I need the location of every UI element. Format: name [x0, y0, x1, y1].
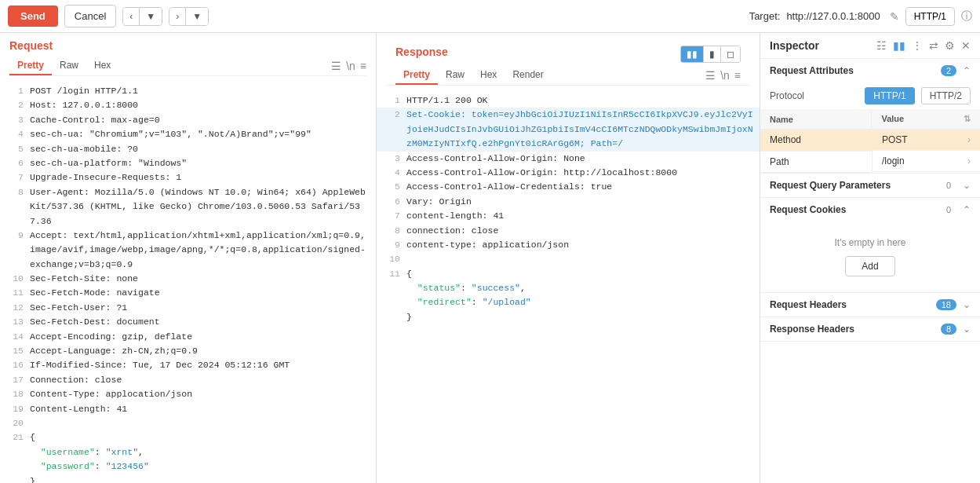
- request-headers-header[interactable]: Request Headers 18 ⌄: [760, 293, 980, 317]
- request-attributes-section: Request Attributes 2 ⌃ Protocol HTTP/1 H…: [760, 59, 980, 174]
- newline-icon[interactable]: \n: [346, 60, 355, 72]
- view-split-button[interactable]: ▮▮: [681, 46, 703, 62]
- inspector-close-icon[interactable]: ✕: [961, 39, 971, 52]
- inspector-grid-icon[interactable]: ☷: [876, 39, 887, 52]
- request-query-header[interactable]: Request Query Parameters 0 ⌄: [760, 174, 980, 197]
- tab-response-render[interactable]: Render: [505, 66, 551, 85]
- tab-request-pretty[interactable]: Pretty: [9, 57, 52, 75]
- inspector-header: Inspector ☷ ▮▮ ⋮ ⇄ ⚙ ✕: [760, 33, 980, 59]
- target-url: http://127.0.0.1:8000: [786, 10, 880, 22]
- code-line: "status": "success",: [377, 281, 760, 295]
- code-line: 5Access-Control-Allow-Credentials: true: [377, 180, 760, 194]
- request-title: Request: [9, 39, 366, 52]
- value-column-header: Value ⇅: [872, 109, 980, 130]
- target-label: Target:: [749, 10, 781, 22]
- code-line: "redirect": "/upload": [377, 295, 760, 309]
- method-row: Method POST ›: [760, 130, 980, 152]
- request-cookies-section: Request Cookies 0 ⌃ It's empty in here A…: [760, 198, 980, 293]
- body-icon[interactable]: ☰: [705, 69, 716, 82]
- code-line: 2Host: 127.0.0.1:8000: [0, 98, 376, 112]
- path-name-cell: Path: [760, 151, 872, 172]
- code-line: 4sec-ch-ua: "Chromium";v="103", ".Not/A)…: [0, 127, 376, 141]
- cancel-button[interactable]: Cancel: [64, 5, 116, 27]
- tab-response-hex[interactable]: Hex: [472, 66, 505, 85]
- code-line: 6sec-ch-ua-platform: "Windows": [0, 156, 376, 170]
- code-line: 1HTTP/1.1 200 OK: [377, 93, 760, 108]
- tab-response-pretty[interactable]: Pretty: [395, 66, 438, 85]
- nav-back-button[interactable]: ‹: [123, 8, 139, 25]
- response-headers-chevron: ⌄: [963, 324, 971, 335]
- response-tabs: Pretty Raw Hex Render ☰ \n ≡: [386, 66, 750, 86]
- inspector-title: Inspector: [770, 39, 876, 52]
- response-title: Response: [395, 46, 448, 58]
- code-line: 15Accept-Language: zh-CN,zh;q=0.9: [0, 344, 376, 358]
- http-version-button[interactable]: HTTP/1: [905, 7, 955, 26]
- code-line: 7content-length: 41: [377, 209, 760, 223]
- inspector-align-icon[interactable]: ⋮: [912, 39, 923, 52]
- edit-target-icon[interactable]: ✎: [890, 10, 899, 23]
- request-panel-header: Request Pretty Raw Hex ☰ \n ≡: [0, 33, 376, 79]
- request-tab-icons: ☰ \n ≡: [331, 60, 366, 72]
- code-line: 1POST /login HTTP/1.1: [0, 84, 376, 98]
- response-panel: Response ▮▮ ▮ ◻ Pretty Raw Hex Render ☰ …: [377, 33, 760, 483]
- view-single-button[interactable]: ▮: [703, 46, 720, 62]
- view-full-button[interactable]: ◻: [720, 46, 740, 62]
- request-code-area: 1POST /login HTTP/1.1 2Host: 127.0.0.1:8…: [0, 79, 376, 483]
- body-icon[interactable]: ☰: [331, 60, 341, 72]
- code-line: 3Access-Control-Allow-Origin: None: [377, 152, 760, 166]
- cookies-empty-text: It's empty in here: [770, 237, 971, 248]
- response-tab-icons: ☰ \n ≡: [705, 69, 741, 82]
- nav-back-dropdown[interactable]: ▼: [139, 8, 162, 25]
- request-attributes-header[interactable]: Request Attributes 2 ⌃: [760, 59, 980, 82]
- code-line: 11Sec-Fetch-Mode: navigate: [0, 286, 376, 300]
- code-line: }: [377, 310, 760, 324]
- nav-forward-dropdown[interactable]: ▼: [185, 8, 208, 25]
- code-line: 16If-Modified-Since: Tue, 17 Dec 2024 05…: [0, 358, 376, 372]
- menu-icon[interactable]: ≡: [734, 69, 741, 82]
- inspector-panel-icon[interactable]: ▮▮: [893, 39, 905, 52]
- protocol-row: Protocol HTTP/1 HTTP/2: [760, 82, 980, 109]
- request-attributes-chevron: ⌃: [963, 65, 971, 76]
- code-line: 8connection: close: [377, 224, 760, 238]
- code-line: 10Sec-Fetch-Site: none: [0, 272, 376, 286]
- request-cookies-count: 0: [941, 204, 956, 215]
- code-line: "password": "123456": [0, 459, 376, 474]
- http1-button[interactable]: HTTP/1: [865, 87, 914, 104]
- tab-response-raw[interactable]: Raw: [438, 66, 472, 85]
- newline-icon[interactable]: \n: [720, 69, 730, 82]
- attributes-table: Name Value ⇅ Method POST › Path /login ›: [760, 109, 980, 173]
- main-content: Request Pretty Raw Hex ☰ \n ≡ 1POST /log…: [0, 33, 980, 483]
- request-headers-chevron: ⌄: [963, 299, 971, 310]
- tab-request-hex[interactable]: Hex: [86, 57, 118, 75]
- request-tabs: Pretty Raw Hex ☰ \n ≡: [9, 57, 366, 76]
- menu-icon[interactable]: ≡: [360, 60, 366, 72]
- response-headers-header[interactable]: Response Headers 8 ⌄: [760, 317, 980, 341]
- request-panel: Request Pretty Raw Hex ☰ \n ≡ 1POST /log…: [0, 33, 377, 483]
- nav-forward-button[interactable]: ›: [169, 8, 185, 25]
- request-cookies-header[interactable]: Request Cookies 0 ⌃: [760, 198, 980, 221]
- code-line: 21{: [0, 430, 376, 445]
- method-value-cell: POST ›: [872, 130, 980, 151]
- request-query-title: Request Query Parameters: [770, 180, 941, 191]
- code-line: 6Vary: Origin: [377, 195, 760, 209]
- http2-button[interactable]: HTTP/2: [921, 87, 971, 104]
- response-headers-title: Response Headers: [770, 324, 941, 335]
- response-code-area: 1HTTP/1.1 200 OK 2Set-Cookie: token=eyJh…: [377, 89, 760, 483]
- method-expand-icon[interactable]: ›: [967, 134, 971, 145]
- send-button[interactable]: Send: [8, 5, 58, 27]
- inspector-panel: Inspector ☷ ▮▮ ⋮ ⇄ ⚙ ✕ Request Attribute…: [760, 33, 980, 483]
- response-headers-count: 8: [941, 324, 956, 335]
- request-query-chevron: ⌄: [963, 180, 971, 191]
- path-row: Path /login ›: [760, 151, 980, 172]
- code-line: 7Upgrade-Insecure-Requests: 1: [0, 170, 376, 185]
- name-column-header: Name: [760, 109, 872, 130]
- inspector-settings-icon[interactable]: ⚙: [945, 39, 955, 52]
- tab-request-raw[interactable]: Raw: [52, 57, 86, 75]
- help-icon[interactable]: ⓘ: [961, 9, 972, 24]
- path-expand-icon[interactable]: ›: [967, 156, 971, 166]
- nav-forward-group: › ▼: [169, 7, 209, 26]
- add-cookie-button[interactable]: Add: [845, 256, 894, 276]
- cookies-empty-state: It's empty in here Add: [760, 221, 980, 292]
- inspector-expand-icon[interactable]: ⇄: [929, 39, 938, 52]
- request-cookies-chevron: ⌃: [963, 204, 971, 215]
